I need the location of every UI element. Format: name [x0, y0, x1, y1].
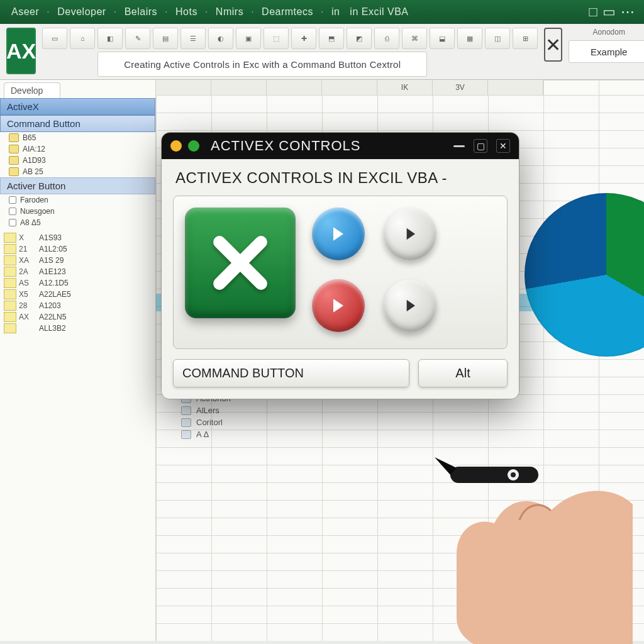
menu-item[interactable]: in Excil VBA [347, 5, 411, 19]
ribbon-label: Aonodom [569, 28, 644, 36]
ribbon-icon[interactable]: ◩ [347, 28, 372, 49]
command-button[interactable]: COMMAND BUTTON [173, 359, 409, 387]
table-row[interactable]: XA1S93 [0, 232, 155, 243]
menu-item-developer[interactable]: Developer [55, 5, 108, 19]
list-item[interactable]: B65 [0, 132, 155, 143]
column-header[interactable]: 3V [433, 80, 488, 95]
table-row[interactable]: ALL3B2 [0, 323, 155, 334]
ribbon-banner: Creating Active Controls in Exc with a C… [97, 52, 427, 77]
column-headers: IK 3V [156, 80, 644, 95]
menu-item[interactable]: Dearmtecs [259, 5, 316, 19]
panel-header-command-button[interactable]: Command Button [0, 115, 155, 132]
column-header[interactable] [211, 80, 267, 95]
ribbon-icon[interactable]: ✎ [125, 28, 150, 49]
table-row[interactable]: 2AA1E123 [0, 266, 155, 277]
ribbon-icon[interactable]: ⎙ [374, 28, 399, 49]
ribbon-icon[interactable]: ⌂ [70, 28, 95, 49]
table-row[interactable]: 28A1203 [0, 300, 155, 311]
menu-item[interactable]: Nmirs [213, 5, 246, 19]
alt-button[interactable]: Alt [418, 359, 508, 387]
ribbon-icon[interactable]: ◫ [485, 28, 510, 49]
ribbon-icon[interactable]: ☰ [180, 28, 206, 49]
table-row[interactable]: AXA22LN5 [0, 311, 155, 323]
ribbon-icons: ▭ ⌂ ◧ ✎ ▤ ☰ ◐ ▣ ⬚ ✚ ⬒ ◩ ⎙ ⌘ ⬓ ▦ ◫ ⊞ Crea… [42, 28, 538, 73]
example-button[interactable]: Example [569, 40, 644, 63]
list-item[interactable]: Nuesgoen [0, 206, 155, 217]
window-controls[interactable]: □ ▭ ⋯ [589, 4, 635, 20]
property-table: XA1S93 21A1L2:05 XAA1S 29 2AA1E123 ASA12… [0, 232, 155, 334]
traffic-yellow-icon[interactable] [170, 140, 182, 152]
close-icon[interactable]: ✕ [496, 139, 510, 153]
menubar: Aseer· Developer· Belairs· Hots· Nmirs· … [0, 0, 644, 24]
list-item[interactable]: Coritorl [181, 416, 231, 428]
menu-item[interactable]: Belairs [122, 5, 160, 19]
ribbon-icon[interactable]: ⬚ [264, 28, 289, 49]
list-item[interactable]: AIA:12 [0, 143, 155, 155]
panel-subheader[interactable]: Activer Button [0, 177, 155, 194]
ribbon: AX ▭ ⌂ ◧ ✎ ▤ ☰ ◐ ▣ ⬚ ✚ ⬒ ◩ ⎙ ⌘ ⬓ ▦ ◫ ⊞ C… [0, 24, 644, 80]
red-arrow-button[interactable] [312, 279, 365, 332]
list-item[interactable]: AlLers [181, 404, 231, 416]
next-button[interactable] [384, 208, 436, 260]
column-header[interactable] [267, 80, 322, 95]
table-row[interactable]: XAA1S 29 [0, 255, 155, 266]
menu-item[interactable]: Hots [173, 5, 200, 19]
table-row[interactable]: X5A22LAE5 [0, 289, 155, 300]
table-row[interactable]: ASA12.1D5 [0, 277, 155, 289]
table-row[interactable]: 21A1L2:05 [0, 243, 155, 255]
dialog-panel [173, 196, 508, 349]
column-header[interactable]: IK [377, 80, 433, 95]
ribbon-icon[interactable]: ⊞ [513, 28, 538, 49]
minimize-icon[interactable] [453, 145, 465, 147]
list-item[interactable]: AB 25 [0, 166, 155, 177]
maximize-icon[interactable]: ▢ [474, 139, 487, 153]
traffic-green-icon[interactable] [188, 140, 199, 152]
ribbon-icon[interactable]: ▤ [153, 28, 178, 49]
blue-arrow-button[interactable] [312, 208, 365, 260]
ribbon-icon[interactable]: ▦ [457, 28, 482, 49]
column-header[interactable] [322, 80, 377, 95]
list-item[interactable]: Faroden [0, 194, 155, 206]
ribbon-icon[interactable]: ▣ [236, 28, 261, 49]
dialog-titlebar[interactable]: ACTIVEX CONTROLS ▢ ✕ [162, 133, 519, 159]
list-item[interactable]: A Δ [181, 428, 231, 440]
dialog-title: ACTIVEX CONTROLS [211, 138, 360, 154]
column-header[interactable] [156, 80, 211, 95]
list-item[interactable]: A1D93 [0, 155, 155, 166]
pie-chart [525, 193, 644, 357]
ribbon-icon[interactable]: ▭ [42, 28, 67, 49]
ribbon-icon[interactable]: ◧ [97, 28, 123, 49]
list-item[interactable]: A8 Δ5 [0, 217, 155, 228]
ribbon-icon[interactable]: ⌘ [402, 28, 427, 49]
column-header[interactable] [488, 80, 543, 95]
ribbon-icon[interactable]: ⬓ [430, 28, 455, 49]
ribbon-icon[interactable]: ✚ [291, 28, 316, 49]
menu-item[interactable]: in [329, 5, 342, 19]
excel-x-button[interactable] [185, 208, 296, 318]
ribbon-icon[interactable]: ◐ [208, 28, 233, 49]
menu-item[interactable]: Aseer [9, 5, 42, 19]
develop-tab[interactable]: Develop [4, 82, 60, 98]
panel-header-activex: ActiveX [0, 98, 155, 115]
x-icon: ✕ [544, 28, 562, 62]
dialog-heading: ACTIVEX CONTROLS IN EXCIL VBA - [175, 169, 505, 187]
left-panel: Develop ActiveX Command Button B65 AIA:1… [0, 80, 156, 641]
ribbon-icon[interactable]: ⬒ [319, 28, 344, 49]
activex-dialog: ACTIVEX CONTROLS ▢ ✕ ACTIVEX CONTROLS IN… [161, 132, 519, 399]
play-button[interactable] [384, 279, 436, 332]
app-logo: AX [6, 28, 36, 74]
